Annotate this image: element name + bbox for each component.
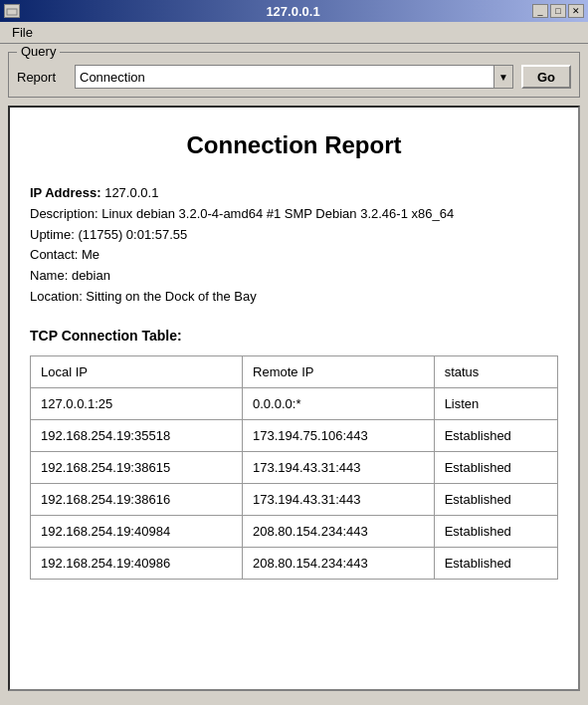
cell-remote-ip: 208.80.154.234:443 [243,547,435,579]
window-body: Query Report Connection ▼ Go Connection … [0,44,588,705]
tcp-table: Local IP Remote IP status 127.0.0.1:250.… [30,355,558,580]
table-header-row: Local IP Remote IP status [31,355,558,387]
ip-address-label: IP Address: [30,185,101,200]
cell-remote-ip: 173.194.43.31:443 [243,451,435,483]
table-row: 192.168.254.19:38615173.194.43.31:443Est… [31,451,558,483]
table-row: 192.168.254.19:35518173.194.75.106:443Es… [31,419,558,451]
cell-status: Listen [434,387,557,419]
window-title: 127.0.0.1 [54,4,532,19]
go-button[interactable]: Go [521,65,571,89]
report-title: Connection Report [30,131,558,159]
cell-status: Established [434,419,557,451]
cell-status: Established [434,483,557,515]
ip-address-value: 127.0.0.1 [104,185,158,200]
table-row: 192.168.254.19:40986208.80.154.234:443Es… [31,547,558,579]
report-label: Report [17,70,67,85]
query-row: Report Connection ▼ Go [17,65,571,89]
title-bar: 127.0.0.1 _ □ ✕ [0,0,588,22]
cell-remote-ip: 0.0.0.0:* [243,387,435,419]
minimize-button[interactable]: _ [532,4,548,18]
table-heading: TCP Connection Table: [30,328,558,344]
col-header-status: status [434,355,557,387]
cell-local-ip: 192.168.254.19:40984 [31,515,243,547]
uptime-line: Uptime: (11755) 0:01:57.55 [30,225,558,246]
cell-local-ip: 127.0.0.1:25 [31,387,243,419]
col-header-remote-ip: Remote IP [243,355,435,387]
cell-remote-ip: 208.80.154.234:443 [243,515,435,547]
col-header-local-ip: Local IP [31,355,243,387]
maximize-button[interactable]: □ [550,4,566,18]
cell-status: Established [434,451,557,483]
cell-status: Established [434,515,557,547]
report-select-wrapper: Connection ▼ [75,65,513,89]
table-row: 192.168.254.19:38616173.194.43.31:443Est… [31,483,558,515]
cell-local-ip: 192.168.254.19:40986 [31,547,243,579]
report-select[interactable]: Connection [75,65,513,89]
description-line: Description: Linux debian 3.2.0-4-amd64 … [30,204,558,225]
cell-remote-ip: 173.194.43.31:443 [243,483,435,515]
close-button[interactable]: ✕ [568,4,584,18]
cell-local-ip: 192.168.254.19:35518 [31,419,243,451]
contact-line: Contact: Me [30,245,558,266]
content-area[interactable]: Connection Report IP Address: 127.0.0.1 … [8,106,580,691]
table-row: 192.168.254.19:40984208.80.154.234:443Es… [31,515,558,547]
svg-rect-0 [7,9,17,15]
system-info: IP Address: 127.0.0.1 Description: Linux… [30,183,558,308]
name-line: Name: debian [30,266,558,287]
cell-local-ip: 192.168.254.19:38615 [31,451,243,483]
table-row: 127.0.0.1:250.0.0.0:*Listen [31,387,558,419]
cell-local-ip: 192.168.254.19:38616 [31,483,243,515]
location-line: Location: Sitting on the Dock of the Bay [30,287,558,308]
menu-bar: File [0,22,588,44]
query-group: Query Report Connection ▼ Go [8,52,580,98]
system-menu-button[interactable] [4,4,20,18]
ip-address-line: IP Address: 127.0.0.1 [30,183,558,204]
query-group-label: Query [17,44,60,59]
cell-remote-ip: 173.194.75.106:443 [243,419,435,451]
file-menu[interactable]: File [4,23,41,42]
cell-status: Established [434,547,557,579]
